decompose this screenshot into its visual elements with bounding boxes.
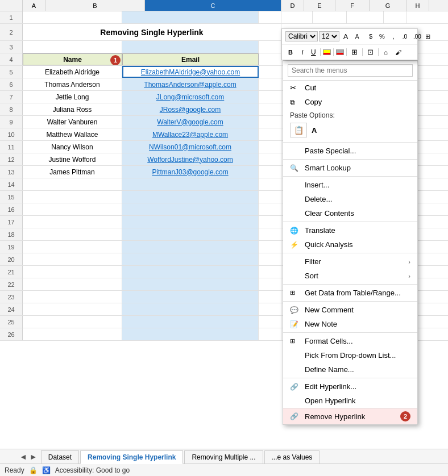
menu-item-paste-special[interactable]: Paste Special... — [283, 144, 417, 158]
fill-color-btn[interactable]: ⌂ — [381, 48, 391, 57]
cell-5c[interactable]: ElizabethMAldridge@yahoo.com — [122, 66, 259, 78]
cell-9c[interactable]: WalterV@google.com — [122, 116, 259, 128]
cell-1f[interactable] — [313, 11, 347, 23]
col-header-a[interactable]: A — [23, 0, 45, 11]
cell-8c[interactable]: JRoss@google.com — [122, 103, 259, 115]
menu-item-clear-contents[interactable]: Clear Contents — [283, 206, 417, 220]
col-header-c[interactable]: C — [145, 0, 281, 11]
bold-btn[interactable]: B — [285, 48, 296, 57]
col-header-b[interactable]: B — [45, 0, 145, 11]
col-header-e[interactable]: E — [304, 0, 335, 11]
percent-btn[interactable]: % — [377, 32, 387, 41]
email-13[interactable]: PittmanJ03@google.com — [152, 168, 228, 176]
menu-item-copy[interactable]: ⧉ Copy — [283, 95, 417, 109]
cell-7d[interactable] — [259, 91, 281, 103]
col-header-h[interactable]: H — [406, 0, 429, 11]
cell-10c[interactable]: MWallace23@apple.com — [122, 128, 259, 140]
increase-decimal-btn[interactable]: .0 — [400, 32, 410, 41]
font-select[interactable]: Calibri — [285, 31, 318, 41]
cell-7c[interactable]: JLong@microsoft.com — [122, 91, 259, 103]
email-7[interactable]: JLong@microsoft.com — [156, 93, 225, 101]
cell-7b[interactable]: Jettie Long — [23, 91, 122, 103]
borders-btn[interactable]: ⊞ — [349, 47, 360, 57]
menu-item-sort[interactable]: Sort › — [283, 269, 417, 283]
tab-paste-as-values[interactable]: ...e as Values — [264, 450, 320, 464]
email-8[interactable]: JRoss@google.com — [160, 106, 221, 114]
format-painter-btn[interactable]: 🖌 — [393, 48, 404, 57]
menu-item-edit-hyperlink[interactable]: 🔗 Edit Hyperlink... — [283, 379, 417, 394]
cell-12b[interactable]: Justine Wofford — [23, 153, 122, 165]
search-menus-input[interactable] — [288, 64, 413, 77]
cell-1e[interactable] — [281, 11, 313, 23]
decrease-decimal-btn[interactable]: .00 — [411, 32, 421, 41]
format-table-btn[interactable]: ⊞ — [422, 32, 433, 41]
cell-4b-name-header[interactable]: Name 1 — [23, 53, 122, 65]
increase-font-btn[interactable]: A — [341, 31, 351, 42]
cell-10b[interactable]: Matthew Wallace — [23, 128, 122, 140]
tab-next-btn[interactable]: ► — [28, 452, 39, 461]
cell-3b[interactable] — [23, 41, 122, 53]
cell-9b[interactable]: Walter Vanburen — [23, 116, 122, 128]
tab-prev-btn[interactable]: ◄ — [18, 452, 28, 461]
menu-item-pick-dropdown[interactable]: Pick From Drop-down List... — [283, 348, 417, 362]
cell-8b[interactable]: Juliana Ross — [23, 103, 122, 115]
tab-removing-single[interactable]: Removing Single Hyperlink — [80, 450, 183, 464]
paste-icon-btn[interactable]: 📋 — [290, 123, 307, 137]
col-header-g[interactable]: G — [370, 0, 406, 11]
menu-item-delete[interactable]: Delete... — [283, 192, 417, 206]
email-6[interactable]: ThomasAnderson@apple.com — [144, 81, 236, 89]
dollar-btn[interactable]: $ — [366, 32, 376, 41]
cell-1h[interactable] — [384, 11, 406, 23]
menu-item-insert[interactable]: Insert... — [283, 178, 417, 192]
email-10[interactable]: MWallace23@apple.com — [152, 131, 228, 139]
menu-item-remove-hyperlink[interactable]: 🔗 Remove Hyperlink 2 — [283, 408, 417, 424]
tab-removing-multiple[interactable]: Removing Multiple ... — [184, 450, 263, 464]
cell-6d[interactable] — [259, 78, 281, 90]
cell-13d[interactable] — [259, 166, 281, 178]
cell-6b[interactable]: Thomas Anderson — [23, 78, 122, 90]
menu-item-cut[interactable]: ✂ Cut — [283, 81, 417, 95]
comma-btn[interactable]: , — [388, 32, 399, 41]
cell-5b[interactable]: Elizabeth Aldridge — [23, 66, 122, 78]
menu-item-new-note[interactable]: 📝 New Note — [283, 317, 417, 331]
cell-10d[interactable] — [259, 128, 281, 140]
merge-btn[interactable]: ⊡ — [365, 47, 376, 57]
email-9[interactable]: WalterV@google.com — [157, 118, 223, 126]
cell-11d[interactable] — [259, 141, 281, 153]
cell-4d[interactable] — [259, 53, 281, 65]
cell-12c[interactable]: WoffordJustine@yahoo.com — [122, 153, 259, 165]
cell-5d[interactable] — [259, 66, 281, 78]
cell-3d[interactable] — [259, 41, 281, 53]
menu-item-format-cells[interactable]: ⊞ Format Cells... — [283, 334, 417, 348]
menu-item-get-data[interactable]: ⊞ Get Data from Table/Range... — [283, 286, 417, 300]
email-11[interactable]: NWilson01@microsoft.com — [149, 143, 231, 151]
cell-1d[interactable] — [259, 11, 281, 23]
italic-btn[interactable]: I — [297, 48, 308, 57]
cell-13b[interactable]: James Pittman — [23, 166, 122, 178]
cell-2b[interactable]: Removing Single Hyperlink — [23, 24, 281, 40]
font-size-select[interactable]: 12 — [319, 31, 339, 41]
col-header-d[interactable]: D — [281, 0, 304, 11]
menu-item-translate[interactable]: 🌐 Translate — [283, 223, 417, 237]
menu-item-define-name[interactable]: Define Name... — [283, 362, 417, 377]
cell-1c[interactable] — [122, 11, 259, 23]
cell-11b[interactable]: Nancy Wilson — [23, 141, 122, 153]
cell-8d[interactable] — [259, 103, 281, 115]
cell-9d[interactable] — [259, 116, 281, 128]
menu-item-open-hyperlink[interactable]: Open Hyperlink — [283, 394, 417, 408]
tab-dataset[interactable]: Dataset — [41, 450, 79, 464]
cell-4c-email-header[interactable]: Email — [122, 53, 259, 65]
cell-6c[interactable]: ThomasAnderson@apple.com — [122, 78, 259, 90]
menu-item-new-comment[interactable]: 💬 New Comment — [283, 303, 417, 317]
menu-item-quick-analysis[interactable]: ⚡ Quick Analysis — [283, 237, 417, 252]
decrease-font-btn[interactable]: A — [352, 32, 362, 41]
cell-1g[interactable] — [347, 11, 384, 23]
cell-12d[interactable] — [259, 153, 281, 165]
col-header-f[interactable]: F — [335, 0, 370, 11]
cell-3c[interactable] — [122, 41, 259, 53]
email-12[interactable]: WoffordJustine@yahoo.com — [147, 156, 233, 164]
menu-item-smart-lookup[interactable]: 🔍 Smart Lookup — [283, 161, 417, 175]
menu-item-filter[interactable]: Filter › — [283, 254, 417, 269]
cell-1b[interactable] — [23, 11, 122, 23]
email-5[interactable]: ElizabethMAldridge@yahoo.com — [141, 68, 240, 76]
